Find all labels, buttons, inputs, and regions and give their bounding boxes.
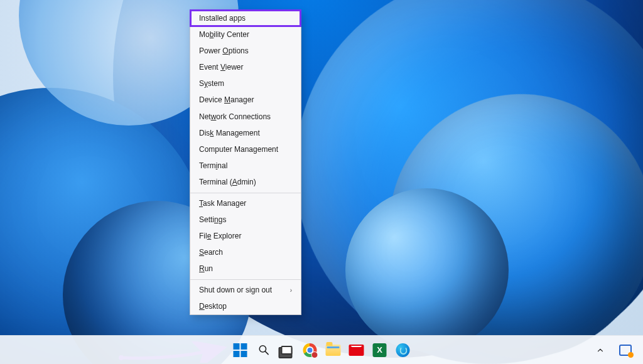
menu-item-power-options[interactable]: Power Options — [190, 43, 301, 59]
menu-item-label: Power Options — [199, 47, 249, 55]
tray-overflow-button[interactable] — [592, 341, 609, 359]
folder-icon — [326, 345, 341, 356]
menu-item-label: Mobility Center — [199, 31, 249, 39]
task-view-icon — [281, 346, 293, 355]
menu-item-network-connections[interactable]: Network Connections — [190, 109, 301, 125]
menu-item-label: System — [199, 80, 224, 88]
menu-item-label: Search — [199, 249, 223, 257]
taskbar: X — [0, 335, 643, 364]
menu-item-label: Task Manager — [199, 200, 246, 208]
menu-item-task-manager[interactable]: Task Manager — [190, 195, 301, 211]
menu-item-run[interactable]: Run — [190, 261, 301, 277]
menu-item-label: Terminal (Admin) — [199, 178, 256, 186]
winx-context-menu: Installed appsMobility CenterPower Optio… — [190, 9, 301, 315]
menu-item-label: Disk Management — [199, 129, 260, 137]
taskbar-tray — [592, 341, 634, 359]
taskbar-app-edge[interactable] — [394, 341, 412, 359]
menu-item-event-viewer[interactable]: Event Viewer — [190, 60, 301, 76]
menu-item-label: File Explorer — [199, 232, 241, 240]
task-view-button[interactable] — [278, 341, 296, 359]
menu-item-search[interactable]: Search — [190, 245, 301, 261]
mail-icon — [349, 345, 364, 356]
menu-item-settings[interactable]: Settings — [190, 211, 301, 228]
search-icon — [257, 344, 269, 356]
excel-icon: X — [373, 343, 387, 357]
menu-item-label: Desktop — [199, 302, 227, 311]
svg-line-2 — [265, 351, 268, 355]
start-button[interactable] — [232, 341, 249, 359]
menu-item-system[interactable]: System — [190, 76, 301, 92]
menu-item-label: Event Viewer — [199, 63, 244, 72]
menu-item-terminal[interactable]: Terminal — [190, 158, 301, 174]
menu-item-label: Run — [199, 265, 213, 273]
chrome-icon — [303, 343, 317, 357]
menu-item-label: Shut down or sign out — [199, 286, 272, 294]
taskbar-app-file-explorer[interactable] — [325, 341, 342, 359]
menu-item-device-manager[interactable]: Device Manager — [190, 92, 301, 109]
taskbar-center: X — [232, 341, 412, 359]
menu-item-label: Computer Management — [199, 146, 278, 154]
menu-item-label: Device Manager — [199, 96, 254, 104]
menu-item-disk-management[interactable]: Disk Management — [190, 125, 301, 141]
taskbar-search-button[interactable] — [255, 341, 273, 359]
edge-icon — [396, 343, 410, 357]
menu-item-label: Settings — [199, 216, 226, 224]
menu-item-label: Network Connections — [199, 113, 271, 121]
notification-icon — [619, 345, 632, 356]
menu-item-file-explorer[interactable]: File Explorer — [190, 228, 301, 244]
menu-item-shut-down[interactable]: Shut down or sign out› — [190, 282, 301, 298]
desktop-wallpaper — [0, 0, 643, 364]
menu-item-label: Terminal — [199, 162, 227, 170]
windows-logo-icon — [234, 343, 247, 357]
menu-item-mobility-center[interactable]: Mobility Center — [190, 26, 301, 43]
tray-notifications-button[interactable] — [617, 341, 634, 359]
taskbar-app-mail[interactable] — [348, 341, 365, 359]
taskbar-app-chrome[interactable] — [301, 341, 319, 359]
menu-item-installed-apps[interactable]: Installed apps — [190, 10, 301, 26]
chevron-up-icon — [596, 346, 605, 355]
menu-item-computer-management[interactable]: Computer Management — [190, 142, 301, 158]
chevron-right-icon: › — [290, 287, 292, 294]
menu-item-desktop[interactable]: Desktop — [190, 298, 301, 314]
taskbar-app-excel[interactable]: X — [371, 341, 389, 359]
menu-item-terminal-admin[interactable]: Terminal (Admin) — [190, 174, 301, 191]
menu-item-label: Installed apps — [199, 14, 246, 23]
